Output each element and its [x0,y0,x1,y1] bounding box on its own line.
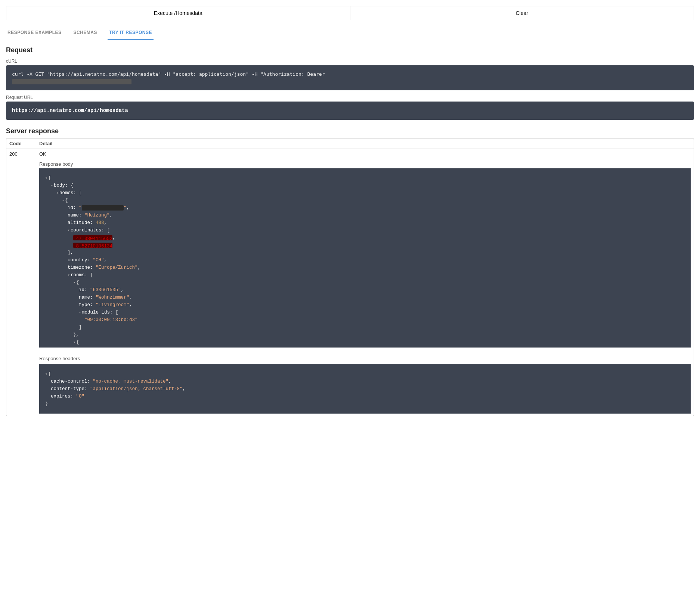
json-line: altitude: 488, [45,219,685,227]
json-line: ▾{ [45,174,685,182]
detail-header: Detail [36,138,694,149]
server-response-section: Server response Code Detail 200 OK Respo… [6,127,694,416]
tab-bar: RESPONSE EXAMPLES SCHEMAS TRY IT RESPONS… [6,26,694,40]
json-line: ▾{ [45,339,685,346]
json-header-line: expires: "0" [45,393,685,400]
json-line: ] [45,324,685,331]
json-line: id: "633661535", [45,286,685,294]
json-line: type: "livingroom", [45,301,685,309]
curl-code-block: curl -X GET "https://api.netatmo.com/api… [6,65,694,90]
status-code: 200 [6,149,36,416]
response-headers-label: Response headers [39,353,691,363]
status-detail: OK Response body ▾{ ▾body: { ▾homes: [ ▾… [36,149,694,416]
json-line: id: " ", [45,204,685,212]
json-header-line: content-type: "application/json; charset… [45,385,685,393]
json-line: ▾coordinates: [ [45,227,685,234]
request-url-label: Request URL [6,95,694,100]
request-section: Request cURL curl -X GET "https://api.ne… [6,46,694,120]
json-line: }, [45,331,685,339]
top-action-bar: Execute /Homesdata Clear [6,6,694,20]
json-header-line: } [45,400,685,408]
response-status-table: Code Detail 200 OK Response body [6,138,694,416]
json-line: name: "Heizung", [45,212,685,219]
curl-text: curl -X GET "https://api.netatmo.com/api… [12,71,688,85]
json-line: 8.52710106134 [45,242,685,249]
request-url-text: https://api.netatmo.com/api/homesdata [12,108,128,113]
curl-redacted [12,79,131,84]
tab-try-it-response[interactable]: TRY IT RESPONSE [108,26,154,40]
json-line: id: "1312538483", [45,346,685,348]
main-content: Request cURL curl -X GET "https://api.ne… [0,40,700,422]
json-header-line: ▾{ [45,370,685,378]
tab-schemas[interactable]: SCHEMAS [72,26,99,40]
tab-response-examples[interactable]: RESPONSE EXAMPLES [6,26,63,40]
request-title: Request [6,46,694,54]
json-line: ▾rooms: [ [45,271,685,279]
json-line: name: "Wohnzimmer", [45,294,685,301]
id-redacted [82,205,124,211]
json-line: 47.3804115652, [45,234,685,242]
curl-label: cURL [6,59,694,64]
response-body-json-wrapper: ▾{ ▾body: { ▾homes: [ ▾{ id: " ", name: … [39,168,691,348]
status-ok: OK [39,151,691,157]
request-url-block: https://api.netatmo.com/api/homesdata [6,102,694,120]
json-line: "09:00:00:13:bb:d3" [45,316,685,324]
code-header: Code [6,138,36,149]
response-body-json[interactable]: ▾{ ▾body: { ▾homes: [ ▾{ id: " ", name: … [39,168,691,348]
execute-button[interactable]: Execute /Homesdata [6,6,350,20]
clear-button[interactable]: Clear [350,6,694,20]
json-line: ▾homes: [ [45,189,685,197]
json-line: ▾body: { [45,182,685,189]
json-line: ▾module_ids: [ [45,309,685,316]
json-line: ▾{ [45,197,685,204]
response-headers-json[interactable]: ▾{ cache-control: "no-cache, must-revali… [39,364,691,414]
table-row: 200 OK Response body ▾{ ▾body: { ▾homes:… [6,149,694,416]
json-line: ▾{ [45,279,685,286]
json-line: country: "CH", [45,256,685,264]
server-response-title: Server response [6,127,694,135]
response-body-label: Response body [39,159,691,168]
response-table-container: Code Detail 200 OK Response body [6,138,694,416]
json-header-line: cache-control: "no-cache, must-revalidat… [45,378,685,385]
json-line: ], [45,249,685,256]
json-line: timezone: "Europe/Zurich", [45,264,685,271]
